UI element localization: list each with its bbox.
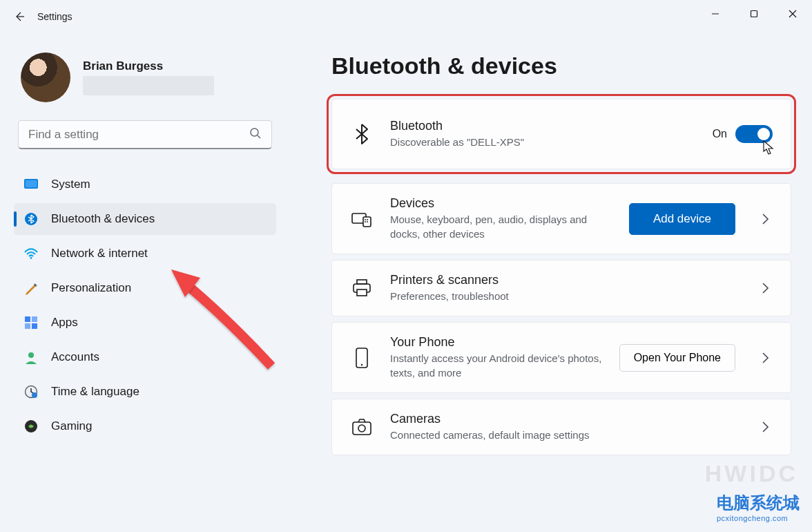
printer-icon bbox=[350, 276, 374, 300]
card-title: Bluetooth bbox=[390, 119, 696, 133]
watermark-brand: 电脑系统城 pcxitongcheng.com bbox=[717, 492, 800, 522]
sidebar-item-bluetooth-devices[interactable]: Bluetooth & devices bbox=[14, 203, 276, 235]
svg-rect-1 bbox=[751, 11, 757, 17]
svg-point-4 bbox=[251, 129, 258, 136]
watermark-url: pcxitongcheng.com bbox=[717, 514, 800, 522]
svg-point-21 bbox=[365, 219, 366, 220]
chevron-right-icon bbox=[757, 213, 773, 225]
toggle-label: On bbox=[713, 128, 727, 140]
svg-point-15 bbox=[28, 352, 34, 358]
devices-icon bbox=[350, 207, 374, 231]
window-controls bbox=[696, 0, 812, 28]
cameras-card[interactable]: Cameras Connected cameras, default image… bbox=[331, 399, 791, 455]
back-button[interactable] bbox=[6, 3, 33, 30]
devices-card[interactable]: Devices Mouse, keyboard, pen, audio, dis… bbox=[331, 183, 791, 254]
sidebar-item-network[interactable]: Network & internet bbox=[14, 238, 276, 269]
card-subtitle: Discoverable as "DELL-XPS" bbox=[390, 135, 696, 149]
printers-card[interactable]: Printers & scanners Preferences, trouble… bbox=[331, 260, 791, 316]
card-subtitle: Connected cameras, default image setting… bbox=[390, 428, 735, 442]
profile-name: Brian Burgess bbox=[83, 59, 214, 73]
sidebar-item-label: Accounts bbox=[51, 350, 99, 364]
chevron-right-icon bbox=[757, 421, 773, 433]
gaming-icon bbox=[23, 419, 39, 434]
sidebar-item-label: Gaming bbox=[51, 419, 93, 433]
svg-point-17 bbox=[32, 392, 37, 398]
sidebar-item-apps[interactable]: Apps bbox=[14, 307, 276, 339]
your-phone-card[interactable]: Your Phone Instantly access your Android… bbox=[331, 322, 791, 393]
svg-point-24 bbox=[367, 221, 368, 222]
bluetooth-icon bbox=[23, 211, 39, 227]
minimize-button[interactable] bbox=[696, 0, 735, 28]
svg-point-29 bbox=[361, 363, 362, 365]
chevron-right-icon bbox=[757, 352, 773, 363]
phone-icon bbox=[350, 346, 374, 370]
svg-rect-14 bbox=[32, 323, 37, 329]
window-title: Settings bbox=[37, 11, 72, 22]
sidebar-item-accounts[interactable]: Accounts bbox=[14, 341, 276, 373]
time-language-icon bbox=[23, 384, 39, 399]
bluetooth-icon bbox=[350, 122, 374, 146]
svg-rect-13 bbox=[25, 323, 30, 329]
wifi-icon bbox=[23, 246, 39, 261]
system-icon bbox=[23, 177, 39, 192]
sidebar-item-label: Network & internet bbox=[51, 247, 148, 260]
chevron-right-icon bbox=[757, 283, 773, 294]
sidebar-item-personalization[interactable]: Personalization bbox=[14, 272, 276, 304]
personalization-icon bbox=[23, 281, 39, 296]
sidebar-item-label: Apps bbox=[51, 316, 78, 330]
sidebar-item-label: Bluetooth & devices bbox=[51, 212, 155, 226]
sidebar-item-gaming[interactable]: Gaming bbox=[14, 410, 276, 442]
search-icon bbox=[249, 127, 262, 142]
maximize-button[interactable] bbox=[735, 0, 773, 28]
card-title: Your Phone bbox=[390, 335, 603, 350]
sidebar: Brian Burgess System Bluetooth & devices… bbox=[0, 33, 290, 532]
svg-rect-25 bbox=[357, 280, 367, 284]
bluetooth-toggle-group: On bbox=[713, 125, 773, 143]
svg-line-5 bbox=[258, 135, 260, 138]
svg-rect-12 bbox=[32, 316, 37, 322]
card-title: Printers & scanners bbox=[390, 273, 735, 287]
svg-rect-7 bbox=[26, 180, 37, 188]
card-subtitle: Mouse, keyboard, pen, audio, displays an… bbox=[390, 212, 612, 241]
open-your-phone-button[interactable]: Open Your Phone bbox=[619, 344, 735, 372]
sidebar-item-label: Time & language bbox=[51, 385, 139, 399]
svg-rect-27 bbox=[357, 289, 367, 296]
card-title: Cameras bbox=[390, 412, 735, 426]
card-subtitle: Preferences, troubleshoot bbox=[390, 289, 735, 303]
svg-point-22 bbox=[367, 219, 368, 220]
sidebar-item-time-language[interactable]: Time & language bbox=[14, 376, 276, 408]
svg-rect-11 bbox=[25, 316, 30, 322]
profile-section[interactable]: Brian Burgess bbox=[21, 53, 276, 102]
svg-rect-30 bbox=[353, 422, 371, 435]
sidebar-item-label: System bbox=[51, 178, 90, 191]
add-device-button[interactable]: Add device bbox=[629, 203, 735, 235]
accounts-icon bbox=[23, 350, 39, 365]
card-title: Devices bbox=[390, 196, 612, 211]
card-subtitle: Instantly access your Android device's p… bbox=[390, 351, 603, 380]
bluetooth-card: Bluetooth Discoverable as "DELL-XPS" On bbox=[331, 99, 791, 169]
watermark-faded: HWIDC bbox=[705, 460, 798, 487]
nav-list: System Bluetooth & devices Network & int… bbox=[14, 169, 276, 442]
avatar bbox=[21, 53, 70, 102]
main-content: Bluetooth & devices Bluetooth Discoverab… bbox=[290, 33, 812, 532]
svg-point-31 bbox=[358, 425, 365, 432]
profile-detail-redacted bbox=[83, 76, 214, 95]
titlebar: Settings bbox=[0, 0, 812, 33]
search-box[interactable] bbox=[18, 120, 272, 149]
watermark-brand-text: 电脑系统城 bbox=[717, 493, 800, 512]
close-button[interactable] bbox=[773, 0, 812, 28]
camera-icon bbox=[350, 415, 374, 439]
bluetooth-toggle[interactable] bbox=[735, 125, 773, 143]
sidebar-item-system[interactable]: System bbox=[14, 169, 276, 200]
page-title: Bluetooth & devices bbox=[331, 53, 791, 79]
svg-point-23 bbox=[365, 221, 366, 222]
search-input[interactable] bbox=[28, 128, 249, 142]
sidebar-item-label: Personalization bbox=[51, 281, 131, 295]
svg-point-9 bbox=[30, 257, 32, 259]
apps-icon bbox=[23, 315, 39, 330]
